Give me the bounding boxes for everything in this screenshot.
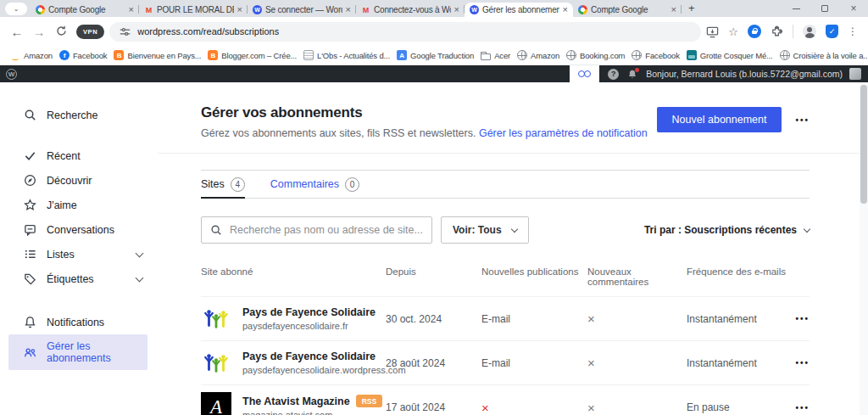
reader-app: Recherche Récent Découvrir J'aime Conver… [0,82,868,415]
page-scrollbar[interactable] [860,82,868,415]
table-row[interactable]: Pays de Fayence Solidaire paysdefayences… [201,297,810,341]
tab-favicon [253,5,262,14]
sidebar-item-conversations[interactable]: Conversations [8,217,147,242]
col-depuis: Depuis [386,266,481,287]
browser-tab[interactable]: Se connecter — WordPress.c × [248,3,356,17]
vpn-extension-badge[interactable]: VPN [76,25,104,39]
sidebar-item-recherche[interactable]: Recherche [8,103,147,127]
bookmark-item[interactable]: Amazon [514,50,563,60]
tab-close-icon[interactable]: × [129,5,134,14]
more-actions-icon[interactable]: ••• [795,115,810,125]
address-bar[interactable]: wordpress.com/read/subscriptions [109,22,701,42]
profile-shield-icon[interactable]: ✓ [826,25,838,38]
tab-close-icon[interactable]: × [671,5,676,14]
bookmark-label: Croisière à la voile a... [793,51,868,60]
tab-search-button[interactable]: ⌄ [5,3,27,15]
since-date: 28 août 2024 [386,357,481,369]
site-name[interactable]: Pays de Fayence Solidaire [242,306,376,318]
user-avatar[interactable] [849,68,861,80]
notification-settings-link[interactable]: Gérer les paramètres de notification [479,127,648,139]
sidebar-item-notifications[interactable]: Notifications [8,310,147,334]
table-row[interactable]: A The Atavist Magazine RSS magazine.atav… [201,385,810,415]
profile-avatar-icon[interactable] [803,25,816,38]
maximize-button[interactable] [810,0,839,17]
notifications-bell-icon[interactable] [627,69,637,80]
scrollbar-thumb[interactable] [860,85,867,204]
tab-close-icon[interactable]: × [346,5,351,14]
browser-tab-strip: ⌄ Compte Google × POUR LE MORAL DES TROU… [0,0,868,17]
bookmark-item[interactable]: Bienvenue en Pays... [110,50,204,60]
new-posts-setting[interactable]: E-mail [481,313,587,325]
site-name[interactable]: Pays de Fayence Solidaire [242,351,406,362]
sidebar-item-recent[interactable]: Récent [8,143,147,168]
close-button[interactable]: × [839,0,868,17]
reload-button[interactable] [53,25,70,39]
site-settings-icon[interactable] [120,26,131,37]
chat-icon [24,223,36,236]
browser-tab[interactable]: Compte Google × [573,3,682,17]
row-more-actions-icon[interactable]: ••• [788,403,810,412]
new-tab-button[interactable]: + [688,2,695,14]
row-more-actions-icon[interactable]: ••• [788,358,810,367]
sidebar-item-etiquettes[interactable]: Étiquettes [8,266,147,291]
tab-close-icon[interactable]: × [454,5,459,14]
bookmark-label: L'Obs - Actualités d... [317,51,390,60]
help-icon[interactable]: ? [608,69,619,80]
toolbar-divider [793,25,793,38]
browser-tab[interactable]: Gérer les abonnements — W × [465,3,573,17]
row-more-actions-icon[interactable]: ••• [788,314,810,323]
view-filter-button[interactable]: Voir: Tous [441,216,529,244]
back-button[interactable]: ← [8,25,25,39]
bookmark-item[interactable]: Grotte Cosquer Mé... [683,50,776,60]
tab-close-icon[interactable]: × [563,5,568,14]
url-text[interactable]: wordpress.com/read/subscriptions [137,26,279,36]
bookmark-item[interactable]: Google Traduction [393,50,477,60]
sidebar-item-jaime[interactable]: J'aime [8,193,147,217]
browser-tab[interactable]: Compte Google × [31,3,139,17]
tab-favicon [578,5,587,14]
bookmark-item[interactable]: Acer [477,51,514,60]
new-posts-setting[interactable]: E-mail [481,357,587,369]
reader-sidebar: Recherche Récent Découvrir J'aime Conver… [0,82,158,415]
bookmark-label: Facebook [73,51,108,60]
extension-lock-icon[interactable] [748,25,761,38]
table-row[interactable]: Pays de Fayence Solidaire paysdefayences… [201,341,810,385]
site-name[interactable]: The Atavist Magazine RSS [242,395,382,407]
browser-tab[interactable]: POUR LE MORAL DES TROU × [139,3,248,17]
site-search-box[interactable] [201,216,432,244]
send-to-device-icon[interactable] [706,25,719,38]
browser-menu-icon[interactable]: ⋮ [848,25,858,37]
bookmark-label: Booking.com [580,51,625,60]
tab-close-icon[interactable]: × [237,5,242,14]
bookmark-item[interactable]: Booking.com [563,50,628,60]
bookmark-item[interactable]: Facebook [56,50,111,60]
extensions-puzzle-icon[interactable] [771,25,783,38]
new-subscription-button[interactable]: Nouvel abonnement [657,107,782,132]
sidebar-item-gerer-les-abonnements[interactable]: Gérer les abonnements [8,334,147,370]
bookmark-item[interactable]: L'Obs - Actualités d... [300,50,393,60]
sidebar-item-listes[interactable]: Listes [8,242,147,266]
sidebar-item-decouvrir[interactable]: Découvrir [8,168,147,193]
bookmark-item[interactable]: Facebook [628,50,683,60]
people-icon [24,346,36,359]
bookmark-label: Amazon [531,51,559,60]
wordpress-logo-icon[interactable]: W [6,69,17,80]
tab-commentaires[interactable]: Commentaires 0 [270,171,359,198]
new-comments-off-icon[interactable]: × [587,312,687,325]
browser-tab[interactable]: Connectez-vous à WordPres × [356,3,465,17]
bookmark-favicon [114,50,124,60]
forward-button[interactable]: → [31,25,47,39]
bookmark-item[interactable]: Amazon [7,50,56,60]
site-search-input[interactable] [230,224,423,236]
new-comments-off-icon[interactable]: × [587,401,687,414]
bookmark-favicon [59,50,70,60]
tab-sites[interactable]: Sites 4 [201,171,245,198]
bookmark-item[interactable]: Croisière à la voile a... [776,50,868,60]
bookmark-star-icon[interactable]: ☆ [728,25,738,38]
new-comments-off-icon[interactable]: × [587,356,687,369]
reader-menu-item[interactable] [570,65,599,82]
bookmark-item[interactable]: Blogger.com – Crée... [204,50,300,60]
minimize-button[interactable] [782,0,810,17]
new-posts-off-icon[interactable]: × [481,401,587,414]
sort-control[interactable]: Tri par : Souscriptions récentes [644,224,810,236]
